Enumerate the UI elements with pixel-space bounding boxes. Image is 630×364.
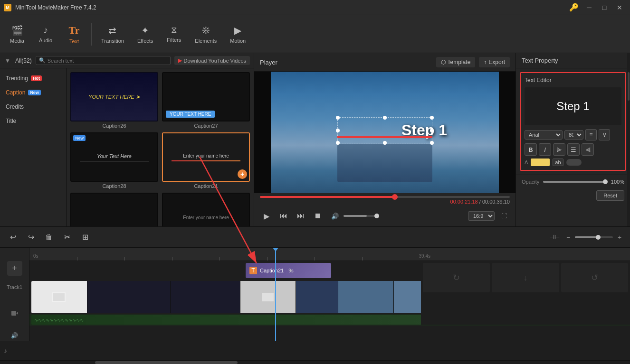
fullscreen-button[interactable]: ⛶: [498, 210, 510, 222]
toolbar-transition[interactable]: ⇄ Transition: [95, 18, 130, 50]
template-caption29[interactable]: ✦ AfterEffects style: [70, 193, 158, 226]
category-trending[interactable]: Trending Hot: [0, 71, 66, 85]
category-title[interactable]: Title: [0, 114, 66, 128]
zoom-slider[interactable]: [575, 236, 613, 238]
bold-button[interactable]: B: [525, 143, 537, 156]
template-thumb-caption27[interactable]: YOUR TEXT HERE: [162, 72, 250, 121]
list-button[interactable]: ≡: [585, 129, 597, 140]
play-button[interactable]: ▶: [260, 209, 273, 223]
stop-button[interactable]: ⏹: [311, 209, 325, 223]
empty-slot-3[interactable]: ↺: [561, 263, 628, 292]
category-caption[interactable]: Caption New: [0, 85, 66, 100]
align-left-button[interactable]: ⫸: [553, 143, 565, 156]
category-credits[interactable]: Credits: [0, 100, 66, 114]
text-editor-area[interactable]: Step 1: [525, 87, 621, 125]
undo-button[interactable]: ↩: [6, 230, 20, 244]
search-icon: 🔍: [39, 57, 46, 64]
handle-tl[interactable]: [336, 116, 340, 120]
template-caption30[interactable]: Enter your name here: [162, 193, 250, 226]
template-button[interactable]: ⬡ Template: [436, 57, 476, 67]
handle-bm[interactable]: [383, 141, 387, 145]
progress-thumb[interactable]: [392, 194, 398, 200]
add-right-icon[interactable]: ↺: [591, 272, 598, 283]
toolbar-motion[interactable]: ▶ Motion: [224, 18, 251, 50]
template-thumb-caption30[interactable]: Enter your name here: [162, 193, 250, 226]
handle-tm[interactable]: [383, 116, 387, 120]
collapse-button[interactable]: ▼: [4, 57, 11, 65]
export-button[interactable]: ↑ Export: [479, 57, 510, 67]
opacity-slider[interactable]: [543, 181, 605, 183]
add-track-button[interactable]: +: [7, 261, 22, 276]
color-toggle[interactable]: [566, 159, 582, 166]
template-thumb-caption28[interactable]: New Your Text Here: [70, 132, 158, 182]
template-caption27[interactable]: YOUR TEXT HERE Caption27: [162, 72, 250, 129]
italic-button[interactable]: I: [539, 143, 551, 156]
download-icon[interactable]: ↓: [523, 273, 527, 283]
toolbar-text[interactable]: Tr Text: [61, 18, 87, 50]
font-size-select[interactable]: 80 72 64: [564, 130, 583, 140]
toolbar-effects[interactable]: ✦ Effects: [132, 18, 159, 50]
search-input[interactable]: [48, 58, 167, 64]
settings-button[interactable]: 🔑: [567, 2, 581, 13]
template-caption28[interactable]: New Your Text Here Caption28: [70, 132, 158, 189]
add-video-icon[interactable]: ↻: [453, 272, 460, 283]
delete-button[interactable]: 🗑: [42, 230, 56, 244]
progress-bar[interactable]: [260, 196, 510, 198]
redo-button[interactable]: ↪: [24, 230, 38, 244]
template-thumb-caption21[interactable]: Enter your name here +: [162, 132, 250, 182]
align-center-button[interactable]: ☰: [567, 143, 580, 156]
ruler-tick-3: [172, 257, 172, 261]
left-panel: ▼ All(52) 🔍 ▶ Download YouTube Videos Tr…: [0, 53, 254, 226]
zoom-fill: [575, 236, 598, 238]
template-caption26[interactable]: YOUR TEXT HERE ➤ Caption26: [70, 72, 158, 129]
list-expand-button[interactable]: ∨: [599, 129, 610, 140]
toolbar-filters[interactable]: ⧖ Filters: [161, 18, 187, 50]
ab-button[interactable]: ab: [553, 159, 563, 166]
volume-thumb[interactable]: [374, 214, 379, 218]
volume-slider[interactable]: [344, 215, 377, 217]
transition-icon: ⇄: [108, 25, 116, 36]
add-to-timeline-badge[interactable]: +: [238, 169, 247, 179]
template-thumb-caption29[interactable]: ✦ AfterEffects style: [70, 193, 158, 226]
crop-button[interactable]: ⊞: [78, 230, 92, 244]
minimize-button[interactable]: ─: [582, 2, 596, 13]
next-button[interactable]: ⏭: [294, 209, 307, 223]
caption-clip-icon: T: [249, 267, 257, 274]
empty-slot-2[interactable]: ↓: [492, 263, 559, 292]
font-select[interactable]: Arial Times New Roman: [525, 130, 563, 140]
cut-button[interactable]: ✂: [60, 230, 74, 244]
handle-ml[interactable]: [336, 129, 340, 132]
youtube-download-button[interactable]: ▶ Download YouTube Videos: [174, 56, 250, 65]
maximize-button[interactable]: □: [598, 2, 611, 13]
scrollbar-thumb[interactable]: [628, 72, 630, 101]
text-color-swatch[interactable]: [531, 159, 550, 166]
caption-clip[interactable]: T Caption21 9s: [246, 263, 331, 278]
prev-button[interactable]: ⏮: [277, 209, 290, 223]
zoom-thumb[interactable]: [596, 235, 601, 240]
empty-slot-1[interactable]: ↻: [423, 263, 490, 292]
handle-br[interactable]: [430, 141, 434, 145]
ruler-tick-6: [315, 257, 315, 261]
template-thumb-caption26[interactable]: YOUR TEXT HERE ➤: [70, 72, 158, 121]
align-right-button[interactable]: ⫷: [582, 143, 594, 156]
search-box[interactable]: 🔍: [36, 56, 171, 65]
handle-mr[interactable]: [430, 129, 434, 132]
handle-bl[interactable]: [336, 141, 340, 145]
handle-tr[interactable]: [430, 116, 434, 120]
horizontal-scrollbar[interactable]: [0, 360, 630, 364]
template-caption21[interactable]: Enter your name here + Caption21: [162, 132, 250, 189]
playhead[interactable]: [275, 248, 276, 341]
zoom-in-button[interactable]: +: [615, 233, 624, 242]
toolbar-elements[interactable]: ❊ Elements: [189, 18, 222, 50]
close-button[interactable]: ✕: [613, 2, 626, 13]
template-name-caption21: Caption21: [162, 183, 250, 189]
reset-button[interactable]: Reset: [596, 190, 624, 201]
toolbar-media[interactable]: 🎬 Media: [4, 18, 30, 50]
aspect-ratio-select[interactable]: 16:9 9:16 1:1 4:3: [468, 211, 495, 221]
volume-icon[interactable]: 🔊: [328, 209, 342, 223]
zoom-out-button[interactable]: −: [563, 233, 573, 242]
split-button[interactable]: ⊣⊢: [547, 230, 562, 244]
opacity-thumb[interactable]: [603, 179, 608, 184]
toolbar-audio[interactable]: ♪ Audio: [32, 18, 59, 50]
scrollbar-thumb-h[interactable]: [95, 361, 238, 364]
